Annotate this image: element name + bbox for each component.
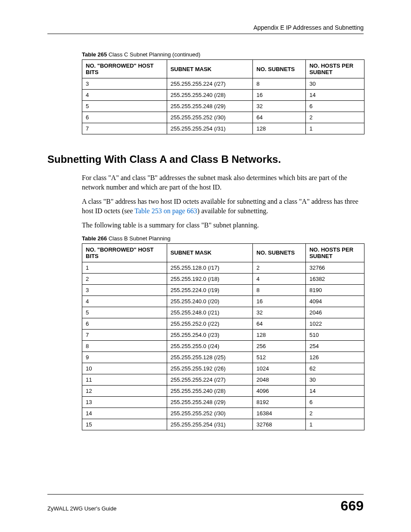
footer-guide-name: ZyWALL 2WG User's Guide (47, 505, 116, 512)
col-subnet-mask: SUBNET MASK (167, 243, 253, 262)
col-hosts-per-subnet: NO. HOSTS PER SUBNET (306, 243, 364, 262)
table-cell: 255.255.252.0 (/22) (167, 318, 253, 329)
table-cell: 255.255.240.0 (/20) (167, 296, 253, 307)
table-cell: 10 (82, 363, 167, 374)
table-row: 8255.255.255.0 (/24)256254 (82, 340, 364, 352)
table-cell: 16 (253, 90, 306, 101)
table-row: 12255.255.255.240 (/28)409614 (82, 385, 364, 396)
table-cell: 255.255.255.252 (/30) (167, 408, 253, 419)
table-cell: 4 (82, 90, 167, 101)
table-row: 15255.255.255.254 (/31)327681 (82, 419, 364, 430)
table-266-caption: Table 266 Class B Subnet Planning (82, 235, 364, 242)
table-cell: 255.255.192.0 (/18) (167, 273, 253, 284)
table-cell: 5 (82, 307, 167, 318)
table-row: 4255.255.240.0 (/20)164094 (82, 296, 364, 307)
table-cell: 30 (306, 374, 364, 385)
table-265-number: Table 265 (82, 51, 107, 58)
appendix-title: Appendix E IP Addresses and Subnetting (253, 24, 364, 31)
table-cell: 3 (82, 78, 167, 90)
page-footer: ZyWALL 2WG User's Guide 669 (47, 494, 364, 514)
table-row: 6255.255.255.252 (/30)642 (82, 112, 364, 123)
table-cell: 4 (253, 273, 306, 284)
col-borrowed-bits: NO. "BORROWED" HOST BITS (82, 60, 167, 78)
table-cell: 14 (82, 408, 167, 419)
table-cell: 8190 (306, 284, 364, 296)
table-cell: 1 (82, 262, 167, 273)
table-row: 7255.255.254.0 (/23)128510 (82, 329, 364, 340)
table-row: 4255.255.255.240 (/28)1614 (82, 90, 364, 101)
table-265-caption: Table 265 Class C Subnet Planning (conti… (82, 51, 364, 58)
table-cell: 7 (82, 329, 167, 340)
table-cell: 255.255.224.0 (/19) (167, 284, 253, 296)
table-row: 5255.255.255.248 (/29)326 (82, 101, 364, 112)
cross-reference-link[interactable]: Table 253 on page 663 (134, 207, 197, 215)
col-no-subnets: NO. SUBNETS (253, 243, 306, 262)
table-cell: 8 (253, 78, 306, 90)
table-cell: 16384 (253, 408, 306, 419)
table-cell: 2046 (306, 307, 364, 318)
table-cell: 9 (82, 352, 167, 363)
table-cell: 6 (306, 101, 364, 112)
table-cell: 15 (82, 419, 167, 430)
table-cell: 62 (306, 363, 364, 374)
table-row: 9255.255.255.128 (/25)512126 (82, 352, 364, 363)
table-cell: 255.255.255.240 (/28) (167, 90, 253, 101)
table-266-title: Class B Subnet Planning (107, 235, 170, 242)
table-cell: 6 (82, 318, 167, 329)
table-cell: 255.255.255.128 (/25) (167, 352, 253, 363)
table-cell: 126 (306, 352, 364, 363)
table-cell: 255.255.255.240 (/28) (167, 385, 253, 396)
table-cell: 5 (82, 101, 167, 112)
table-cell: 8192 (253, 396, 306, 408)
table-cell: 6 (306, 396, 364, 408)
table-cell: 6 (82, 112, 167, 123)
table-cell: 4094 (306, 296, 364, 307)
table-266-number: Table 266 (82, 235, 107, 242)
table-cell: 255.255.255.252 (/30) (167, 112, 253, 123)
table-cell: 256 (253, 340, 306, 352)
table-row: 11255.255.255.224 (/27)204830 (82, 374, 364, 385)
table-cell: 255.255.255.254 (/31) (167, 419, 253, 430)
paragraph-1: For class "A" and class "B" addresses th… (82, 173, 364, 192)
table-row: 3255.255.255.224 (/27)830 (82, 78, 364, 90)
table-cell: 32768 (253, 419, 306, 430)
table-cell: 3 (82, 284, 167, 296)
table-header-row: NO. "BORROWED" HOST BITS SUBNET MASK NO.… (82, 243, 364, 262)
table-cell: 2 (306, 112, 364, 123)
table-row: 13255.255.255.248 (/29)81926 (82, 396, 364, 408)
table-cell: 64 (253, 112, 306, 123)
table-cell: 254 (306, 340, 364, 352)
table-cell: 14 (306, 385, 364, 396)
table-cell: 1022 (306, 318, 364, 329)
table-cell: 32 (253, 101, 306, 112)
table-cell: 7 (82, 123, 167, 134)
table-266-body: 1255.255.128.0 (/17)2327662255.255.192.0… (82, 262, 364, 430)
table-cell: 1 (306, 419, 364, 430)
table-cell: 13 (82, 396, 167, 408)
table-cell: 1 (306, 123, 364, 134)
col-borrowed-bits: NO. "BORROWED" HOST BITS (82, 243, 167, 262)
section-heading: Subnetting With Class A and Class B Netw… (47, 153, 364, 165)
table-cell: 64 (253, 318, 306, 329)
table-cell: 255.255.255.224 (/27) (167, 78, 253, 90)
table-cell: 255.255.255.254 (/31) (167, 123, 253, 134)
table-cell: 128 (253, 123, 306, 134)
table-row: 3255.255.224.0 (/19)88190 (82, 284, 364, 296)
table-cell: 30 (306, 78, 364, 90)
paragraph-2: A class "B" address has two host ID octe… (82, 197, 364, 215)
table-cell: 512 (253, 352, 306, 363)
table-cell: 2 (306, 408, 364, 419)
col-subnet-mask: SUBNET MASK (167, 60, 253, 78)
col-no-subnets: NO. SUBNETS (253, 60, 306, 78)
table-cell: 2048 (253, 374, 306, 385)
table-cell: 255.255.254.0 (/23) (167, 329, 253, 340)
table-cell: 510 (306, 329, 364, 340)
table-cell: 8 (253, 284, 306, 296)
table-row: 14255.255.255.252 (/30)163842 (82, 408, 364, 419)
table-cell: 4 (82, 296, 167, 307)
table-cell: 12 (82, 385, 167, 396)
table-row: 1255.255.128.0 (/17)232766 (82, 262, 364, 273)
table-cell: 255.255.255.248 (/29) (167, 396, 253, 408)
table-row: 6255.255.252.0 (/22)641022 (82, 318, 364, 329)
table-cell: 255.255.255.224 (/27) (167, 374, 253, 385)
